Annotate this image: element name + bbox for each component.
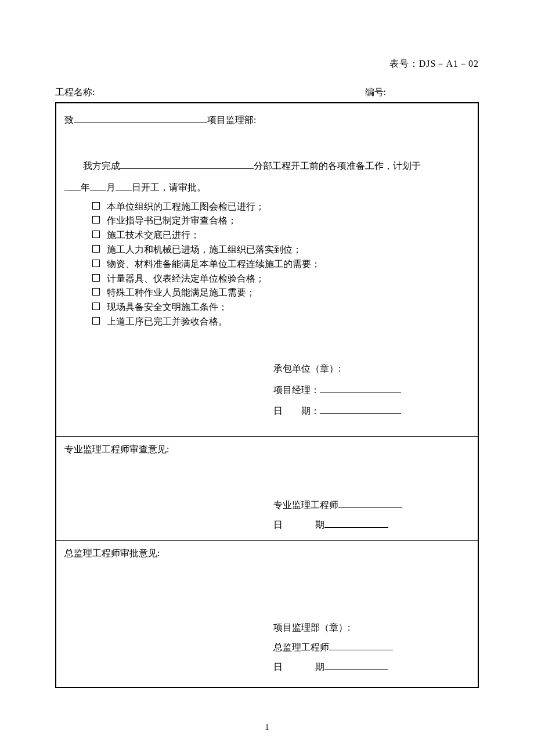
form-number: 表号：DJS－A1－02 xyxy=(55,58,479,70)
section-chief-approval: 总监理工程师审批意见: 项目监理部（章）: 总监理工程师 日期 xyxy=(56,541,478,687)
checkbox-icon[interactable] xyxy=(92,202,100,210)
day-label: 日开工，请审批。 xyxy=(132,182,206,192)
checklist-text: 施工技术交底已进行； xyxy=(107,228,200,243)
blank-month[interactable] xyxy=(90,181,106,190)
checklist-text: 作业指导书已制定并审查合格； xyxy=(107,214,237,228)
checklist-text: 施工人力和机械已进场，施工组织已落实到位； xyxy=(107,243,302,257)
checkbox-icon[interactable] xyxy=(92,260,100,267)
blank-addressee[interactable] xyxy=(74,114,207,123)
checklist-text: 物资、材料准备能满足本单位工程连续施工的需要； xyxy=(107,257,320,272)
contractor-signature-block: 承包单位（章）: 项目经理： 日 期： xyxy=(273,358,470,422)
section-specialist-review: 专业监理工程师审查意见: 专业监理工程师 日期 xyxy=(56,437,478,541)
checkbox-icon[interactable] xyxy=(92,245,100,253)
checklist-text: 本单位组织的工程施工图会检已进行； xyxy=(107,200,265,214)
chief-engineer-label: 总监理工程师 xyxy=(273,642,329,652)
body-suffix: 分部工程开工前的各项准备工作，计划于 xyxy=(254,161,421,171)
blank-chief-date[interactable] xyxy=(324,661,388,670)
list-item: 计量器具、仪表经法定单位检验合格； xyxy=(92,272,470,286)
list-item: 本单位组织的工程施工图会检已进行； xyxy=(92,200,470,214)
date-line-sig: 日 期： xyxy=(273,401,470,422)
project-name-label: 工程名称: xyxy=(55,87,95,99)
date-line: 年月日开工，请审批。 xyxy=(64,177,470,199)
blank-subproject[interactable] xyxy=(120,160,254,169)
checkbox-icon[interactable] xyxy=(92,231,100,238)
chief-date-char: 日 xyxy=(273,662,283,672)
specialist-review-title: 专业监理工程师审查意见: xyxy=(64,444,470,456)
list-item: 现场具备安全文明施工条件； xyxy=(92,300,470,315)
specialist-date-line: 日期 xyxy=(273,515,470,535)
date-char: 日 xyxy=(273,520,283,530)
chief-engineer-line: 总监理工程师 xyxy=(273,638,470,657)
pm-label: 项目经理： xyxy=(273,385,320,395)
chief-signature-block: 项目监理部（章）: 总监理工程师 日期 xyxy=(273,618,470,676)
blank-year[interactable] xyxy=(64,181,81,190)
blank-specialist-date[interactable] xyxy=(324,519,388,528)
contractor-seal-label: 承包单位（章）: xyxy=(273,358,470,380)
blank-specialist-sig[interactable] xyxy=(338,499,402,508)
chief-approval-title: 总监理工程师审批意见: xyxy=(64,548,470,560)
blank-chief-sig[interactable] xyxy=(329,641,393,650)
blank-day[interactable] xyxy=(116,181,132,190)
specialist-engineer-label: 专业监理工程师 xyxy=(273,500,338,510)
section-contractor: 致项目监理部: 我方完成分部工程开工前的各项准备工作，计划于 年月日开工，请审批… xyxy=(56,103,478,437)
checkbox-icon[interactable] xyxy=(92,303,100,310)
checklist-text: 计量器具、仪表经法定单位检验合格； xyxy=(107,272,265,286)
to-suffix: 项目监理部: xyxy=(207,115,256,125)
to-prefix: 致 xyxy=(64,115,74,125)
list-item: 施工技术交底已进行； xyxy=(92,228,470,243)
month-label: 月 xyxy=(106,182,116,192)
list-item: 施工人力和机械已进场，施工组织已落实到位； xyxy=(92,243,470,257)
checklist-text: 特殊工种作业人员能满足施工需要； xyxy=(107,286,255,300)
addressee-line: 致项目监理部: xyxy=(64,114,470,127)
checklist: 本单位组织的工程施工图会检已进行； 作业指导书已制定并审查合格； 施工技术交底已… xyxy=(92,200,470,329)
body-prefix: 我方完成 xyxy=(83,161,120,171)
checklist-text: 现场具备安全文明施工条件； xyxy=(107,300,228,315)
date-label: 日 期： xyxy=(273,406,320,416)
specialist-engineer-line: 专业监理工程师 xyxy=(273,495,470,515)
list-item: 上道工序已完工并验收合格。 xyxy=(92,315,470,329)
checkbox-icon[interactable] xyxy=(92,317,100,325)
checklist-text: 上道工序已完工并验收合格。 xyxy=(107,315,228,329)
chief-date-char2: 期 xyxy=(315,662,324,672)
list-item: 特殊工种作业人员能满足施工需要； xyxy=(92,286,470,300)
checkbox-icon[interactable] xyxy=(92,274,100,282)
list-item: 物资、材料准备能满足本单位工程连续施工的需要； xyxy=(92,257,470,272)
page-number: 1 xyxy=(55,723,479,732)
year-label: 年 xyxy=(81,182,90,192)
blank-pm-sig[interactable] xyxy=(320,384,401,393)
pm-line: 项目经理： xyxy=(273,380,470,401)
intro-paragraph: 我方完成分部工程开工前的各项准备工作，计划于 xyxy=(64,156,470,177)
main-form-table: 致项目监理部: 我方完成分部工程开工前的各项准备工作，计划于 年月日开工，请审批… xyxy=(55,102,479,688)
checkbox-icon[interactable] xyxy=(92,216,100,224)
blank-date-sig[interactable] xyxy=(320,405,401,414)
serial-label: 编号: xyxy=(365,87,386,99)
supervision-dept-label: 项目监理部（章）: xyxy=(273,618,470,638)
checkbox-icon[interactable] xyxy=(92,288,100,296)
chief-date-line: 日期 xyxy=(273,657,470,677)
date-char2: 期 xyxy=(315,520,324,530)
specialist-signature-block: 专业监理工程师 日期 xyxy=(273,495,470,534)
title-row: 工程名称: 编号: xyxy=(55,87,479,99)
list-item: 作业指导书已制定并审查合格； xyxy=(92,214,470,228)
